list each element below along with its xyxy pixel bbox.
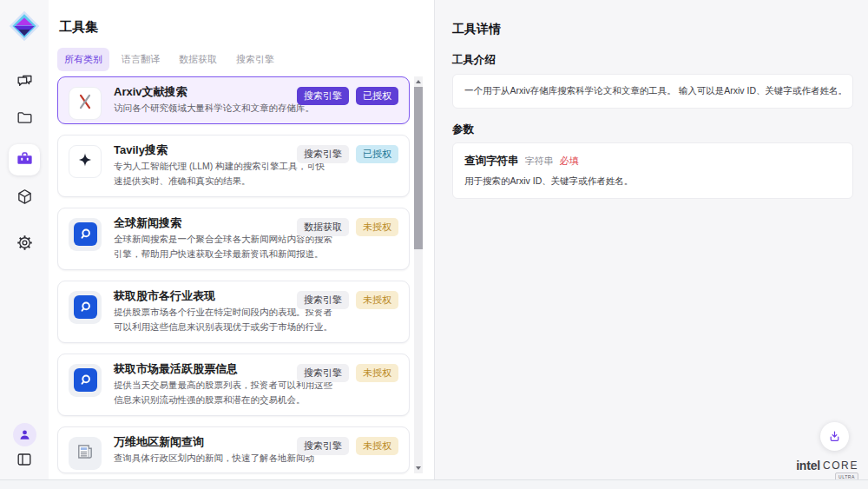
tab-all[interactable]: 所有类别: [57, 48, 109, 71]
cube-icon: [16, 188, 34, 209]
tool-description: 全球新闻搜索是一个聚合全球各大新闻网站内容的搜索引擎，帮助用户快速获取全球最新资…: [114, 232, 332, 262]
tool-card[interactable]: 获取市场最活跃股票信息 提供当天交易量最高的股票列表，投资者可以利用这些信息来识…: [57, 354, 410, 416]
news-search-icon: [74, 295, 97, 319]
intro-card: 一个用于从Arxiv存储库搜索科学论文和文章的工具。 输入可以是Arxiv ID…: [452, 74, 853, 109]
intel-core-logo: intel CORE ULTRA: [796, 459, 858, 481]
folder-icon: [16, 109, 34, 130]
tool-category-badge: 搜索引擎: [297, 364, 349, 382]
tool-description: 提供当天交易量最高的股票列表，投资者可以利用这些信息来识别流动性强的股票和潜在的…: [114, 378, 332, 408]
tool-auth-badge: 未授权: [356, 364, 398, 382]
tool-card[interactable]: Tavily搜索 专为人工智能代理 (LLM) 构建的搜索引擎工具，可快速提供实…: [57, 135, 410, 197]
tool-category-badge: 数据获取: [297, 218, 349, 236]
tool-category-badge: 搜索引擎: [297, 291, 349, 309]
person-icon: [17, 427, 32, 442]
download-button[interactable]: [820, 422, 849, 451]
newspaper-icon: [75, 441, 95, 466]
tool-auth-badge: 已授权: [356, 145, 398, 163]
toolbox-icon: [16, 149, 34, 171]
scrollbar-thumb[interactable]: [414, 87, 423, 249]
tool-icon-tile: [69, 291, 102, 324]
page-title: 工具集: [59, 19, 98, 36]
tool-icon-tile: [69, 437, 102, 470]
tool-card[interactable]: 全球新闻搜索 全球新闻搜索是一个聚合全球各大新闻网站内容的搜索引擎，帮助用户快速…: [57, 208, 410, 270]
tool-auth-badge: 已授权: [356, 87, 398, 105]
app-window: 工具集 所有类别语言翻译数据获取搜索引擎 Arxiv文献搜索 访问各个研究领域大…: [0, 0, 868, 489]
sidebar-collapse-icon[interactable]: [16, 451, 33, 468]
param-card: 查询字符串 字符串 必填 用于搜索的Arxiv ID、关键字或作者姓名。: [452, 142, 853, 199]
download-icon: [827, 429, 842, 444]
tavily-star-icon: [75, 149, 95, 174]
sidebar-item-settings[interactable]: [9, 228, 40, 260]
tool-card[interactable]: 获取股市各行业表现 提供股票市场各个行业在特定时间段内的表现。投资者可以利用这些…: [57, 281, 410, 343]
tool-icon-tile: [69, 145, 102, 178]
app-logo-gem-icon[interactable]: [7, 9, 42, 43]
intro-heading: 工具介绍: [452, 53, 496, 68]
param-description: 用于搜索的Arxiv ID、关键字或作者姓名。: [464, 175, 841, 188]
tool-category-badge: 搜索引擎: [297, 145, 349, 163]
user-avatar[interactable]: [13, 423, 36, 446]
sidebar-item-toolbox[interactable]: [9, 144, 40, 175]
arxiv-icon: [75, 91, 95, 116]
scroll-up-arrow[interactable]: [414, 76, 423, 87]
intel-wordmark: intel: [796, 459, 820, 472]
tool-icon-tile: [69, 364, 102, 397]
left-rail: [0, 0, 49, 479]
chat-icon: [16, 73, 34, 95]
tool-auth-badge: 未授权: [356, 218, 398, 236]
tool-auth-badge: 未授权: [356, 291, 398, 309]
tool-category-badge: 搜索引擎: [297, 437, 349, 455]
params-heading: 参数: [452, 122, 474, 137]
sidebar-item-folder[interactable]: [9, 103, 40, 135]
tool-icon-tile: [69, 218, 102, 251]
sidebar-item-chat[interactable]: [9, 68, 40, 99]
tool-card[interactable]: 万维地区新闻查询 查询具体行政区划内的新闻，快速了解各地新闻动 搜索引擎 未授权: [57, 426, 410, 474]
tab-data[interactable]: 数据获取: [172, 48, 224, 71]
intro-text: 一个用于从Arxiv存储库搜索科学论文和文章的工具。 输入可以是Arxiv ID…: [464, 85, 841, 97]
tool-description: 专为人工智能代理 (LLM) 构建的搜索引擎工具，可快速提供实时、准确和真实的结…: [114, 159, 332, 189]
tab-translate[interactable]: 语言翻译: [115, 48, 167, 71]
tab-search[interactable]: 搜索引擎: [229, 48, 281, 71]
scroll-down-arrow[interactable]: [414, 463, 423, 473]
tool-list: Arxiv文献搜索 访问各个研究领域大量科学论文和文章的存储库。 搜索引擎 已授…: [57, 76, 410, 479]
tool-auth-badge: 未授权: [356, 437, 398, 455]
gear-icon: [16, 234, 34, 255]
tool-detail-panel: 工具详情 工具介绍 一个用于从Arxiv存储库搜索科学论文和文章的工具。 输入可…: [434, 0, 868, 479]
list-scrollbar[interactable]: [414, 76, 423, 473]
news-search-icon: [74, 222, 97, 246]
core-wordmark: CORE: [823, 459, 858, 472]
param-name: 查询字符串: [464, 154, 519, 169]
tool-category-badge: 搜索引擎: [297, 87, 349, 105]
news-search-icon: [74, 368, 97, 392]
tool-card[interactable]: Arxiv文献搜索 访问各个研究领域大量科学论文和文章的存储库。 搜索引擎 已授…: [57, 76, 410, 124]
detail-title: 工具详情: [452, 22, 501, 37]
tool-icon-tile: [69, 87, 102, 120]
tool-list-panel: 工具集 所有类别语言翻译数据获取搜索引擎 Arxiv文献搜索 访问各个研究领域大…: [49, 0, 434, 479]
window-bottom-edge: [0, 479, 868, 489]
param-required-badge: 必填: [560, 155, 579, 168]
param-type: 字符串: [525, 155, 554, 168]
sidebar-item-cube[interactable]: [9, 182, 40, 214]
tool-description: 提供股票市场各个行业在特定时间段内的表现。投资者可以利用这些信息来识别表现优于或…: [114, 305, 332, 335]
category-tabs: 所有类别语言翻译数据获取搜索引擎: [57, 48, 281, 71]
